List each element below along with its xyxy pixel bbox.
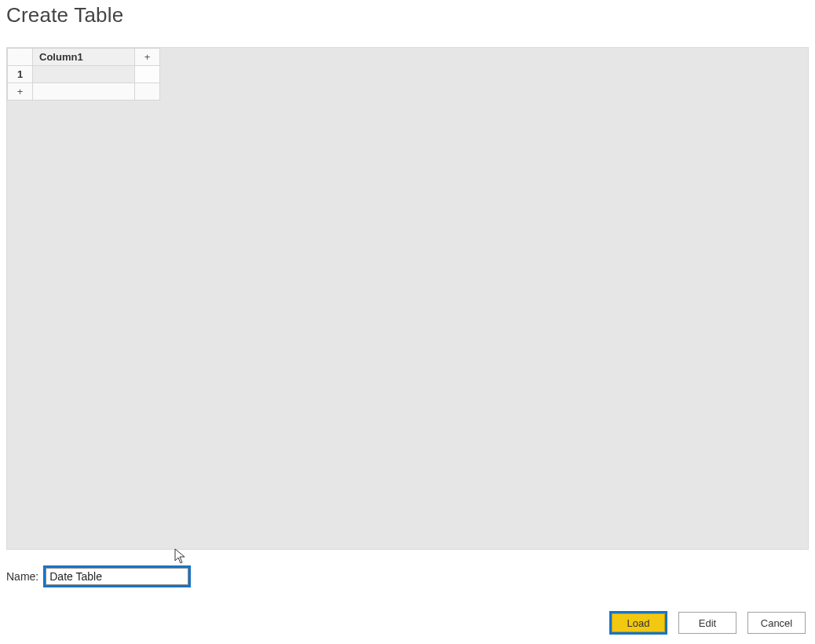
name-input-highlight [43,565,191,587]
dialog-button-row: Load Edit Cancel [609,611,806,635]
row-number-cell: 1 [8,66,33,83]
name-input[interactable] [46,568,188,585]
edit-button[interactable]: Edit [678,612,736,634]
table-row: 1 [8,66,160,83]
column-header-1[interactable]: Column1 [33,49,135,66]
load-button-highlight: Load [609,611,667,635]
load-button[interactable]: Load [612,613,665,632]
add-column-button[interactable]: + [135,49,160,66]
add-row-button[interactable]: + [8,83,33,101]
blank-trailing-cell [135,83,160,101]
name-field-row: Name: [6,565,191,587]
row-trailing-cell [135,66,160,83]
cancel-button[interactable]: Cancel [747,612,806,634]
name-field-label: Name: [6,570,38,583]
data-cell[interactable] [33,66,135,83]
add-row: + [8,83,160,101]
table-grid-area: Column1 + 1 + [6,47,809,550]
blank-cell [33,83,135,101]
table-corner-cell [8,49,33,66]
data-entry-table: Column1 + 1 + [7,48,160,101]
page-title: Create Table [0,0,815,27]
